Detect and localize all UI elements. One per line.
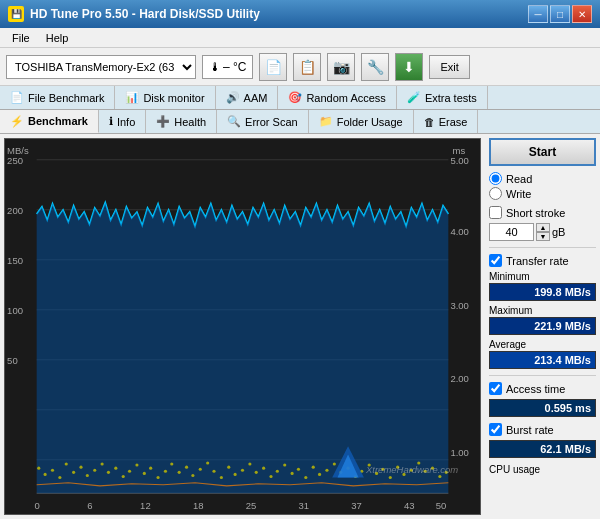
short-stroke-checkbox[interactable] [489,206,502,219]
divider-1 [489,247,596,248]
svg-point-62 [318,473,321,476]
burst-rate-checkbox[interactable] [489,423,502,436]
maximum-value: 221.9 MB/s [489,317,596,335]
toolbar-btn-2[interactable]: 📋 [293,53,321,81]
tab-disk-monitor[interactable]: 📊 Disk monitor [115,86,215,109]
toolbar-btn-4[interactable]: 🔧 [361,53,389,81]
spin-down-button[interactable]: ▼ [536,232,550,241]
access-time-checkbox[interactable] [489,382,502,395]
svg-text:3.00: 3.00 [450,300,468,311]
minimum-label: Minimum [489,271,530,282]
exit-button[interactable]: Exit [429,55,469,79]
svg-point-31 [101,462,104,465]
svg-point-35 [128,470,131,473]
svg-point-30 [93,469,96,472]
extra-tests-icon: 🧪 [407,91,421,104]
svg-text:XtremeHardware.com: XtremeHardware.com [365,464,458,475]
svg-text:2.00: 2.00 [450,373,468,384]
svg-point-41 [170,462,173,465]
tab-error-scan[interactable]: 🔍 Error Scan [217,110,309,133]
tabs-row2: ⚡ Benchmark ℹ Info ➕ Health 🔍 Error Scan… [0,110,600,134]
main-content: MB/s 250 200 150 100 50 ms 5.00 4.00 3.0… [0,134,600,519]
toolbar-btn-1[interactable]: 📄 [259,53,287,81]
svg-text:6: 6 [87,500,92,511]
maximum-label: Maximum [489,305,532,316]
minimum-value: 199.8 MB/s [489,283,596,301]
svg-text:100: 100 [7,305,23,316]
chart-area: MB/s 250 200 150 100 50 ms 5.00 4.00 3.0… [4,138,481,515]
drive-selector[interactable]: TOSHIBA TransMemory-Ex2 (63 gB) [6,55,196,79]
burst-rate-label: Burst rate [506,424,554,436]
read-write-group: Read Write [489,170,596,202]
svg-text:37: 37 [351,500,362,511]
tab-health[interactable]: ➕ Health [146,110,217,133]
toolbar-btn-5[interactable]: ⬇ [395,53,423,81]
burst-rate-checkbox-label[interactable]: Burst rate [489,423,596,436]
svg-marker-21 [37,203,449,494]
svg-text:31: 31 [298,500,309,511]
tab-folder-usage[interactable]: 📁 Folder Usage [309,110,414,133]
svg-point-57 [283,463,286,466]
toolbar-btn-3[interactable]: 📷 [327,53,355,81]
tab-extra-tests[interactable]: 🧪 Extra tests [397,86,488,109]
window-title: HD Tune Pro 5.50 - Hard Disk/SSD Utility [30,7,260,21]
svg-point-64 [333,462,336,465]
tab-info[interactable]: ℹ Info [99,110,146,133]
benchmark-chart: MB/s 250 200 150 100 50 ms 5.00 4.00 3.0… [5,139,480,514]
average-stat: Average 213.4 MB/s [489,339,596,369]
svg-point-43 [185,466,188,469]
minimize-button[interactable]: ─ [528,5,548,23]
transfer-rate-checkbox-label[interactable]: Transfer rate [489,254,596,267]
thermometer-icon: 🌡 [209,60,221,74]
maximum-stat: Maximum 221.9 MB/s [489,305,596,335]
svg-point-39 [156,476,159,479]
svg-point-44 [191,474,194,477]
access-time-value: 0.595 ms [489,399,596,417]
write-radio-label[interactable]: Write [489,187,596,200]
tab-erase[interactable]: 🗑 Erase [414,110,479,133]
svg-point-46 [206,461,209,464]
menu-file[interactable]: File [4,30,38,46]
short-stroke-checkbox-label[interactable]: Short stroke [489,206,596,219]
temperature-value: – °C [223,60,246,74]
toolbar: TOSHIBA TransMemory-Ex2 (63 gB) 🌡 – °C 📄… [0,48,600,86]
svg-point-56 [276,470,279,473]
maximize-button[interactable]: □ [550,5,570,23]
svg-point-54 [262,467,265,470]
benchmark-icon: ⚡ [10,115,24,128]
svg-point-36 [135,463,138,466]
svg-text:4.00: 4.00 [450,226,468,237]
svg-point-61 [312,466,315,469]
svg-text:250: 250 [7,155,23,166]
menu-help[interactable]: Help [38,30,77,46]
svg-text:50: 50 [436,500,447,511]
info-icon: ℹ [109,115,113,128]
svg-text:43: 43 [404,500,415,511]
svg-point-51 [241,469,244,472]
cpu-usage-label: CPU usage [489,464,540,475]
access-time-checkbox-label[interactable]: Access time [489,382,596,395]
close-button[interactable]: ✕ [572,5,592,23]
start-button[interactable]: Start [489,138,596,166]
tab-benchmark[interactable]: ⚡ Benchmark [0,110,99,133]
svg-point-47 [212,470,215,473]
svg-point-33 [114,467,117,470]
svg-point-37 [143,472,146,475]
minimum-stat: Minimum 199.8 MB/s [489,271,596,301]
write-radio[interactable] [489,187,502,200]
read-radio-label[interactable]: Read [489,172,596,185]
tab-file-benchmark[interactable]: 📄 File Benchmark [0,86,115,109]
spin-up-button[interactable]: ▲ [536,223,550,232]
svg-point-26 [65,462,68,465]
svg-text:18: 18 [193,500,204,511]
read-radio[interactable] [489,172,502,185]
tab-aam[interactable]: 🔊 AAM [216,86,279,109]
svg-point-27 [72,471,75,474]
spinner-input[interactable] [489,223,534,241]
tab-random-access[interactable]: 🎯 Random Access [278,86,396,109]
svg-point-55 [269,475,272,478]
transfer-rate-checkbox[interactable] [489,254,502,267]
error-scan-icon: 🔍 [227,115,241,128]
svg-point-23 [44,473,47,476]
burst-rate-value: 62.1 MB/s [489,440,596,458]
